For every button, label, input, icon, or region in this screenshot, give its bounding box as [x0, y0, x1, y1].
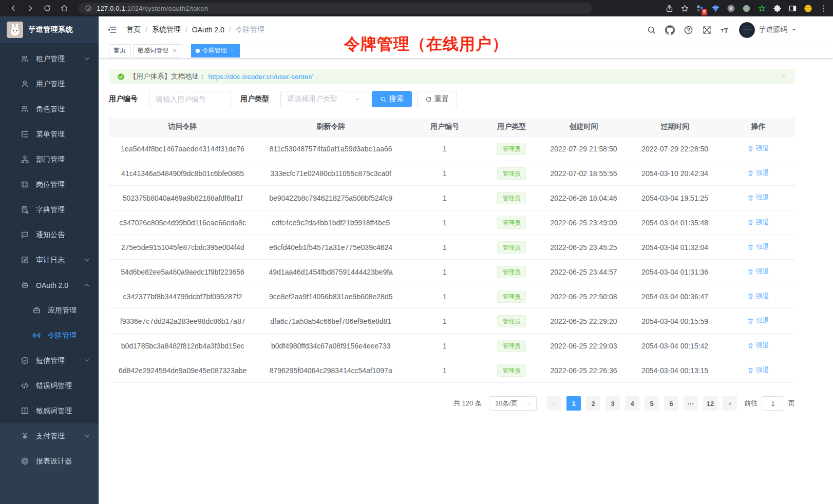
page-button-6[interactable]: 6 [664, 396, 678, 411]
user-id-cell: 1 [405, 219, 484, 227]
sidebar-item-12[interactable]: 短信管理 [0, 348, 99, 373]
force-logout-button[interactable]: 强退 [747, 267, 769, 276]
user-type-tag: 管理员 [497, 315, 526, 327]
force-logout-label: 强退 [755, 292, 769, 301]
forward-button[interactable] [26, 4, 34, 12]
search-icon[interactable] [647, 25, 656, 35]
goto-page-input[interactable] [762, 396, 784, 411]
sidebar-item-3[interactable]: 菜单管理 [0, 122, 99, 147]
address-bar[interactable]: 127.0.0.1:1024/system/oauth2/token [79, 3, 592, 14]
column-header-0: 访问令牌 [109, 122, 256, 131]
page-button-3[interactable]: 3 [605, 396, 620, 411]
prev-page-button[interactable] [547, 396, 561, 411]
force-logout-button[interactable]: 强退 [747, 193, 769, 202]
breadcrumb-item-1[interactable]: 系统管理 [152, 25, 181, 34]
breadcrumb-item-0[interactable]: 首页 [126, 25, 141, 34]
page-button-2[interactable]: 2 [586, 396, 600, 411]
tab-close-icon[interactable] [231, 48, 235, 53]
force-logout-button[interactable]: 强退 [747, 218, 769, 227]
page-button-5[interactable]: 5 [645, 396, 659, 411]
sidebar-item-5[interactable]: 岗位管理 [0, 172, 99, 197]
sidebar-item-0[interactable]: 租户管理 [0, 46, 99, 71]
force-logout-button[interactable]: 强退 [747, 365, 769, 375]
expires-cell: 2054-03-04 00:15:59 [628, 317, 722, 325]
navbar-tools: TT 芋道源码 [647, 22, 797, 38]
page-size-select[interactable]: 10条/页 [489, 396, 537, 411]
next-page-button[interactable] [723, 396, 737, 411]
user-id-input[interactable] [149, 91, 231, 107]
emoji-icon[interactable] [804, 4, 812, 13]
sidebar-item-9[interactable]: OAuth 2.0 [0, 273, 99, 298]
force-logout-button[interactable]: 强退 [747, 316, 769, 325]
reload-button[interactable] [43, 4, 51, 12]
sidebar-item-6[interactable]: 字典管理 [0, 197, 99, 222]
home-button[interactable] [60, 4, 68, 12]
sidebar-item-16[interactable]: 报表设计器 [0, 449, 99, 474]
sidebar-item-4[interactable]: 部门管理 [0, 147, 99, 172]
force-logout-button[interactable]: 强退 [747, 144, 769, 153]
extension-badge: 9 [702, 9, 707, 15]
star-icon[interactable] [680, 4, 689, 13]
star-green-icon[interactable] [758, 4, 766, 13]
share-icon[interactable] [665, 4, 674, 13]
site-info-icon[interactable] [85, 5, 92, 12]
tab-0[interactable]: 首页 [109, 44, 130, 57]
page-button-4[interactable]: 4 [625, 396, 639, 411]
dots-vertical-icon[interactable] [819, 4, 828, 13]
ext-squares-icon[interactable]: 9 [696, 4, 705, 13]
trash-icon [747, 318, 754, 324]
force-logout-button[interactable]: 强退 [747, 341, 769, 350]
sidebar-item-15[interactable]: 支付管理 [0, 423, 99, 449]
fontsize-icon[interactable]: TT [721, 25, 730, 35]
record-circle-icon[interactable] [742, 4, 751, 13]
created-cell: 2022-07-29 21:58:50 [539, 145, 629, 153]
side-panel-icon[interactable] [788, 4, 797, 13]
fullscreen-icon[interactable] [702, 25, 712, 35]
user-dropdown[interactable]: 芋道源码 [739, 22, 797, 38]
sidebar-collapse-icon[interactable] [107, 25, 117, 35]
action-cell: 强退 [722, 292, 795, 301]
sidebar-item-11[interactable]: 令牌管理 [0, 323, 99, 348]
sidebar-item-2[interactable]: 角色管理 [0, 96, 99, 122]
expires-cell: 2054-03-04 01:35:48 [628, 219, 722, 227]
puzzle-icon[interactable] [773, 4, 782, 13]
breadcrumb-item-2[interactable]: OAuth 2.0 [192, 26, 224, 34]
alert-close-icon[interactable] [781, 73, 787, 80]
refresh-cell: dfa6c71a50a54c66bef706ef9e6e8d81 [256, 317, 405, 325]
tree-icon [21, 130, 29, 139]
sidebar-item-7[interactable]: 通知公告 [0, 222, 99, 247]
force-logout-label: 强退 [755, 267, 769, 276]
page-button-1[interactable]: 1 [566, 396, 581, 411]
sidebar-item-label: 敏感词管理 [36, 406, 72, 416]
goto-label: 前往 [744, 399, 758, 408]
cmd-circle-icon[interactable]: ⌘ [727, 4, 735, 13]
tab-close-icon[interactable] [172, 48, 177, 53]
question-icon[interactable] [684, 25, 693, 35]
sidebar-item-8[interactable]: 审计日志 [0, 247, 99, 273]
sidebar-item-10[interactable]: 应用管理 [0, 298, 99, 323]
tab-2[interactable]: 令牌管理 [191, 44, 240, 57]
back-button[interactable] [9, 4, 17, 12]
reset-button[interactable]: 重置 [417, 91, 457, 107]
sidebar-item-label: OAuth 2.0 [36, 281, 68, 289]
trash-icon [747, 170, 754, 177]
force-logout-label: 强退 [755, 168, 769, 178]
app-logo[interactable]: 芋道管理系统 [0, 16, 99, 43]
force-logout-button[interactable]: 强退 [747, 242, 769, 251]
page-button-12[interactable]: 12 [703, 396, 717, 411]
gem-icon[interactable] [711, 4, 720, 13]
tab-1[interactable]: 敏感词管理 [133, 44, 181, 57]
force-logout-button[interactable]: 强退 [747, 168, 769, 178]
sidebar-item-13[interactable]: 错误码管理 [0, 373, 99, 398]
user-id-cell: 1 [405, 243, 484, 251]
search-button[interactable]: 搜索 [372, 91, 412, 107]
sidebar-item-14[interactable]: 敏感词管理 [0, 398, 99, 423]
doc-alert-link[interactable]: https://doc.iocoder.cn/user-center/ [209, 73, 313, 81]
user-type-tag: 管理员 [497, 364, 526, 377]
more-pages-button[interactable]: ··· [684, 396, 698, 411]
github-icon[interactable] [665, 25, 675, 35]
force-logout-button[interactable]: 强退 [747, 292, 769, 301]
user-type-select[interactable]: 请选择用户类型 [280, 91, 366, 107]
sidebar-item-1[interactable]: 用户管理 [0, 71, 99, 96]
refresh-cell: 333ecfc71e02480cb11055c875c3ca0f [256, 169, 405, 178]
